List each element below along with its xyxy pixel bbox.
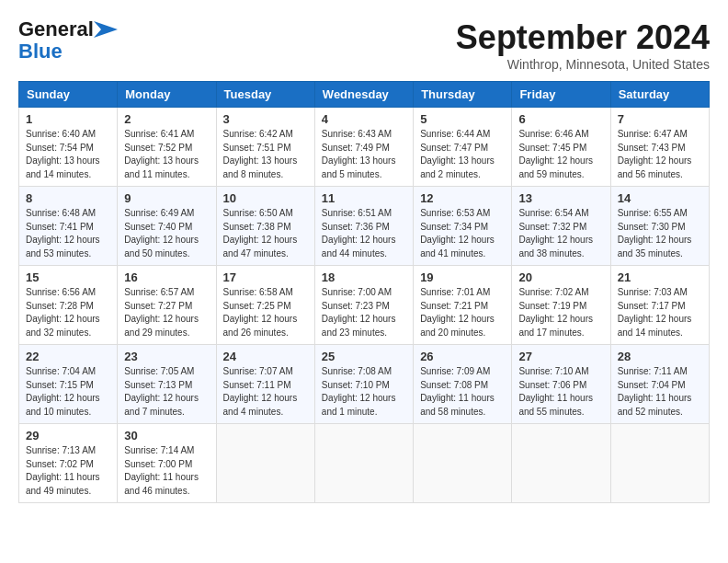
month-title: September 2024 (456, 18, 710, 57)
day-info: Sunrise: 6:48 AMSunset: 7:41 PMDaylight:… (26, 207, 110, 260)
logo-general: General (18, 17, 94, 40)
calendar-cell: 23Sunrise: 7:05 AMSunset: 7:13 PMDayligh… (118, 345, 216, 424)
day-info: Sunrise: 7:07 AMSunset: 7:11 PMDaylight:… (223, 365, 308, 419)
calendar-cell: 20Sunrise: 7:02 AMSunset: 7:19 PMDayligh… (512, 266, 610, 345)
day-info: Sunrise: 6:54 AMSunset: 7:32 PMDaylight:… (518, 207, 603, 260)
calendar-cell (314, 424, 413, 503)
day-number: 24 (223, 350, 308, 363)
day-number: 4 (322, 112, 406, 126)
calendar-week-row: 29Sunrise: 7:13 AMSunset: 7:02 PMDayligh… (19, 424, 710, 503)
col-header-saturday: Saturday (610, 82, 709, 108)
calendar-cell: 14Sunrise: 6:55 AMSunset: 7:30 PMDayligh… (610, 187, 709, 266)
day-info: Sunrise: 7:01 AMSunset: 7:21 PMDaylight:… (420, 286, 505, 339)
day-number: 18 (322, 270, 406, 284)
day-number: 20 (518, 270, 603, 284)
calendar-cell: 18Sunrise: 7:00 AMSunset: 7:23 PMDayligh… (314, 266, 413, 345)
day-info: Sunrise: 6:55 AMSunset: 7:30 PMDaylight:… (618, 207, 702, 260)
calendar-header-row: SundayMondayTuesdayWednesdayThursdayFrid… (19, 82, 710, 108)
day-number: 26 (420, 350, 505, 363)
day-info: Sunrise: 6:43 AMSunset: 7:49 PMDaylight:… (322, 128, 406, 181)
day-info: Sunrise: 6:56 AMSunset: 7:28 PMDaylight:… (26, 286, 110, 339)
day-info: Sunrise: 7:04 AMSunset: 7:15 PMDaylight:… (26, 365, 110, 419)
day-number: 15 (26, 270, 110, 284)
calendar-cell: 19Sunrise: 7:01 AMSunset: 7:21 PMDayligh… (414, 266, 512, 345)
svg-marker-0 (94, 21, 118, 38)
calendar-cell: 25Sunrise: 7:08 AMSunset: 7:10 PMDayligh… (314, 345, 413, 424)
calendar-cell: 4Sunrise: 6:43 AMSunset: 7:49 PMDaylight… (314, 108, 413, 187)
day-number: 27 (518, 350, 603, 363)
day-number: 8 (26, 191, 110, 205)
day-info: Sunrise: 6:41 AMSunset: 7:52 PMDaylight:… (124, 128, 209, 181)
day-info: Sunrise: 7:03 AMSunset: 7:17 PMDaylight:… (618, 286, 702, 339)
day-number: 25 (322, 350, 406, 363)
calendar-cell: 15Sunrise: 6:56 AMSunset: 7:28 PMDayligh… (19, 266, 118, 345)
calendar-cell: 11Sunrise: 6:51 AMSunset: 7:36 PMDayligh… (314, 187, 413, 266)
day-info: Sunrise: 7:00 AMSunset: 7:23 PMDaylight:… (322, 286, 406, 339)
calendar-week-row: 8Sunrise: 6:48 AMSunset: 7:41 PMDaylight… (19, 187, 710, 266)
calendar-cell: 13Sunrise: 6:54 AMSunset: 7:32 PMDayligh… (512, 187, 610, 266)
day-number: 22 (26, 350, 110, 363)
calendar-cell: 30Sunrise: 7:14 AMSunset: 7:00 PMDayligh… (118, 424, 216, 503)
day-info: Sunrise: 6:47 AMSunset: 7:43 PMDaylight:… (618, 128, 702, 181)
col-header-tuesday: Tuesday (216, 82, 314, 108)
day-number: 23 (124, 350, 209, 363)
col-header-thursday: Thursday (414, 82, 512, 108)
calendar-cell (512, 424, 610, 503)
day-info: Sunrise: 6:50 AMSunset: 7:38 PMDaylight:… (223, 207, 308, 260)
day-number: 13 (518, 191, 603, 205)
day-info: Sunrise: 7:08 AMSunset: 7:10 PMDaylight:… (322, 365, 406, 419)
calendar-cell: 24Sunrise: 7:07 AMSunset: 7:11 PMDayligh… (216, 345, 314, 424)
day-info: Sunrise: 6:44 AMSunset: 7:47 PMDaylight:… (420, 128, 505, 181)
day-info: Sunrise: 7:09 AMSunset: 7:08 PMDaylight:… (420, 365, 505, 419)
day-info: Sunrise: 6:40 AMSunset: 7:54 PMDaylight:… (26, 128, 110, 181)
calendar-cell: 5Sunrise: 6:44 AMSunset: 7:47 PMDaylight… (414, 108, 512, 187)
calendar-cell: 22Sunrise: 7:04 AMSunset: 7:15 PMDayligh… (19, 345, 118, 424)
calendar-cell: 10Sunrise: 6:50 AMSunset: 7:38 PMDayligh… (216, 187, 314, 266)
day-number: 12 (420, 191, 505, 205)
title-area: September 2024 Winthrop, Minnesota, Unit… (456, 18, 710, 72)
calendar-cell: 27Sunrise: 7:10 AMSunset: 7:06 PMDayligh… (512, 345, 610, 424)
day-number: 17 (223, 270, 308, 284)
day-info: Sunrise: 7:10 AMSunset: 7:06 PMDaylight:… (518, 365, 603, 419)
day-number: 7 (618, 112, 702, 126)
day-info: Sunrise: 6:42 AMSunset: 7:51 PMDaylight:… (223, 128, 308, 181)
calendar-cell: 21Sunrise: 7:03 AMSunset: 7:17 PMDayligh… (610, 266, 709, 345)
day-number: 6 (518, 112, 603, 126)
col-header-monday: Monday (118, 82, 216, 108)
day-info: Sunrise: 6:46 AMSunset: 7:45 PMDaylight:… (518, 128, 603, 181)
calendar-cell: 9Sunrise: 6:49 AMSunset: 7:40 PMDaylight… (118, 187, 216, 266)
day-info: Sunrise: 6:58 AMSunset: 7:25 PMDaylight:… (223, 286, 308, 339)
day-info: Sunrise: 6:51 AMSunset: 7:36 PMDaylight:… (322, 207, 406, 260)
day-info: Sunrise: 7:13 AMSunset: 7:02 PMDaylight:… (26, 444, 110, 498)
calendar-cell: 29Sunrise: 7:13 AMSunset: 7:02 PMDayligh… (19, 424, 118, 503)
day-number: 2 (124, 112, 209, 126)
day-info: Sunrise: 7:11 AMSunset: 7:04 PMDaylight:… (618, 365, 702, 419)
day-number: 19 (420, 270, 505, 284)
logo-arrow-icon (94, 21, 118, 38)
calendar-cell: 17Sunrise: 6:58 AMSunset: 7:25 PMDayligh… (216, 266, 314, 345)
day-number: 9 (124, 191, 209, 205)
day-number: 1 (26, 112, 110, 126)
day-number: 30 (124, 429, 209, 442)
calendar: SundayMondayTuesdayWednesdayThursdayFrid… (18, 81, 710, 503)
day-info: Sunrise: 6:57 AMSunset: 7:27 PMDaylight:… (124, 286, 209, 339)
calendar-cell (610, 424, 709, 503)
day-number: 29 (26, 429, 110, 442)
header: General Blue September 2024 Winthrop, Mi… (18, 18, 710, 72)
day-number: 14 (618, 191, 702, 205)
col-header-wednesday: Wednesday (314, 82, 413, 108)
calendar-cell: 28Sunrise: 7:11 AMSunset: 7:04 PMDayligh… (610, 345, 709, 424)
calendar-week-row: 15Sunrise: 6:56 AMSunset: 7:28 PMDayligh… (19, 266, 710, 345)
calendar-cell: 2Sunrise: 6:41 AMSunset: 7:52 PMDaylight… (118, 108, 216, 187)
calendar-cell: 3Sunrise: 6:42 AMSunset: 7:51 PMDaylight… (216, 108, 314, 187)
logo-text: General (18, 18, 94, 40)
day-number: 11 (322, 191, 406, 205)
day-info: Sunrise: 6:53 AMSunset: 7:34 PMDaylight:… (420, 207, 505, 260)
day-number: 16 (124, 270, 209, 284)
col-header-friday: Friday (512, 82, 610, 108)
location-title: Winthrop, Minnesota, United States (456, 57, 710, 72)
calendar-cell: 26Sunrise: 7:09 AMSunset: 7:08 PMDayligh… (414, 345, 512, 424)
logo: General Blue (18, 18, 118, 63)
day-info: Sunrise: 7:14 AMSunset: 7:00 PMDaylight:… (124, 444, 209, 498)
calendar-cell: 12Sunrise: 6:53 AMSunset: 7:34 PMDayligh… (414, 187, 512, 266)
